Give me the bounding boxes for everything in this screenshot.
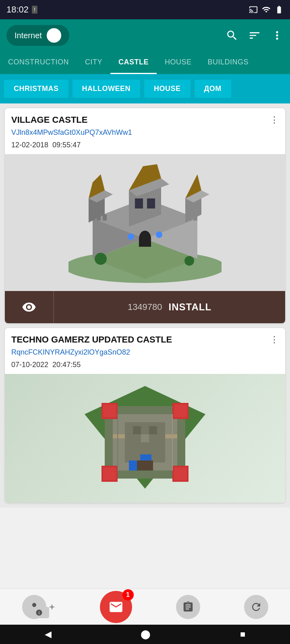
status-icons	[249, 5, 284, 14]
svg-rect-41	[113, 434, 125, 438]
status-time-container: 18:02 !	[6, 4, 37, 15]
filter-chips: CHRISTMAS HALLOWEEN HOUSE ДОМ	[0, 74, 290, 103]
svg-point-19	[184, 256, 194, 266]
filter-icon[interactable]	[248, 29, 261, 42]
svg-rect-24	[103, 215, 107, 221]
svg-rect-43	[133, 426, 141, 434]
card-link-2[interactable]: RqncFCKINYRAHZyxi2lOYgaSnO82	[5, 348, 285, 359]
castle2-image-svg	[81, 382, 209, 495]
mail-icon	[108, 599, 124, 615]
category-tabs: CONSTRUCTION CITY CASTLE HOUSE BUILDINGS	[0, 52, 290, 74]
svg-rect-42	[165, 434, 177, 438]
install-button-1[interactable]: 1349780 INSTALL	[53, 291, 285, 323]
svg-rect-23	[97, 215, 101, 221]
chip-halloween[interactable]: HALLOWEEN	[72, 80, 141, 98]
card-menu-2[interactable]: ⋮	[270, 334, 279, 345]
nav-add-person[interactable]	[22, 595, 56, 619]
tab-construction[interactable]: CONSTRUCTION	[0, 52, 77, 74]
battery-icon	[275, 5, 284, 14]
bottom-nav: 1	[0, 588, 290, 625]
wifi-icon	[262, 5, 271, 14]
search-icon[interactable]	[226, 29, 238, 42]
back-button[interactable]: ◀	[45, 629, 52, 640]
svg-rect-46	[137, 460, 153, 471]
card-image-1	[5, 154, 285, 291]
clipboard-icon	[182, 601, 194, 613]
nav-icon-refresh-bg	[244, 595, 268, 619]
card-village-castle: VILLAGE CASTLE ⋮ VJln8x4MPwSfaGt0XuPQ7xA…	[5, 108, 285, 323]
svg-rect-37	[174, 467, 187, 480]
internet-toggle[interactable]: Internet	[6, 25, 69, 46]
nav-refresh[interactable]	[244, 595, 268, 619]
tab-castle[interactable]: CASTLE	[110, 52, 157, 74]
content-area: VILLAGE CASTLE ⋮ VJln8x4MPwSfaGt0XuPQ7xA…	[0, 103, 290, 508]
card-header-1: VILLAGE CASTLE ⋮	[5, 108, 285, 128]
time-display: 18:02	[6, 4, 29, 15]
alert-icon: !	[32, 6, 37, 14]
tab-city[interactable]: CITY	[77, 52, 110, 74]
nav-icon-clipboard-bg	[176, 595, 200, 619]
svg-rect-15	[147, 198, 155, 208]
card-title-1: VILLAGE CASTLE	[11, 115, 87, 125]
svg-rect-36	[103, 467, 116, 480]
tab-house[interactable]: HOUSE	[157, 52, 200, 74]
svg-rect-17	[139, 239, 151, 247]
home-button[interactable]: ⬤	[141, 629, 151, 640]
toggle-label: Internet	[14, 31, 42, 40]
eye-icon-1	[22, 300, 36, 314]
more-icon[interactable]	[271, 29, 284, 42]
notification-badge: 1	[122, 589, 134, 601]
svg-rect-25	[187, 215, 191, 221]
app-bar: Internet	[0, 19, 290, 52]
svg-rect-34	[103, 405, 116, 417]
svg-rect-35	[174, 405, 187, 417]
card-header-2: TECHNO GAMERZ UPDATED CASTLE ⋮	[5, 328, 285, 348]
toggle-knob[interactable]	[47, 28, 61, 43]
svg-point-20	[128, 233, 134, 240]
tab-buildings[interactable]: BUILDINGS	[200, 52, 257, 74]
refresh-icon	[250, 601, 262, 613]
chip-house[interactable]: HOUSE	[144, 80, 191, 98]
card-techno-castle: TECHNO GAMERZ UPDATED CASTLE ⋮ RqncFCKIN…	[5, 328, 285, 503]
system-nav: ◀ ⬤ ■	[0, 625, 290, 644]
preview-button-1[interactable]	[5, 291, 53, 323]
info-icon	[35, 609, 43, 616]
chip-dom[interactable]: ДОМ	[195, 80, 231, 98]
svg-rect-26	[193, 215, 197, 221]
status-bar: 18:02 !	[0, 0, 290, 19]
svg-rect-44	[149, 426, 157, 434]
nav-clipboard[interactable]	[176, 595, 200, 619]
app-bar-actions	[226, 29, 284, 42]
recents-button[interactable]: ■	[240, 629, 245, 640]
card-date-2: 07-10-2022 20:47:55	[5, 359, 285, 374]
svg-rect-45	[141, 434, 149, 442]
card-menu-1[interactable]: ⋮	[270, 115, 279, 125]
svg-point-21	[156, 231, 162, 238]
svg-rect-14	[135, 198, 143, 208]
card-link-1[interactable]: VJln8x4MPwSfaGt0XuPQ7xAVhWw1	[5, 128, 285, 139]
add-person-plus-icon	[48, 603, 56, 611]
svg-point-18	[95, 253, 107, 265]
card-title-2: TECHNO GAMERZ UPDATED CASTLE	[11, 334, 172, 345]
cast-icon	[249, 5, 258, 14]
svg-rect-22	[91, 215, 95, 221]
card-date-1: 12-02-2018 09:55:47	[5, 139, 285, 154]
install-count-1: 1349780	[128, 302, 162, 312]
install-label-1: INSTALL	[169, 301, 212, 313]
nav-notifications[interactable]: 1	[100, 591, 132, 623]
card-image-2	[5, 374, 285, 503]
card-footer-1: 1349780 INSTALL	[5, 291, 285, 323]
chip-christmas[interactable]: CHRISTMAS	[4, 80, 68, 98]
castle-image-svg	[68, 158, 222, 287]
